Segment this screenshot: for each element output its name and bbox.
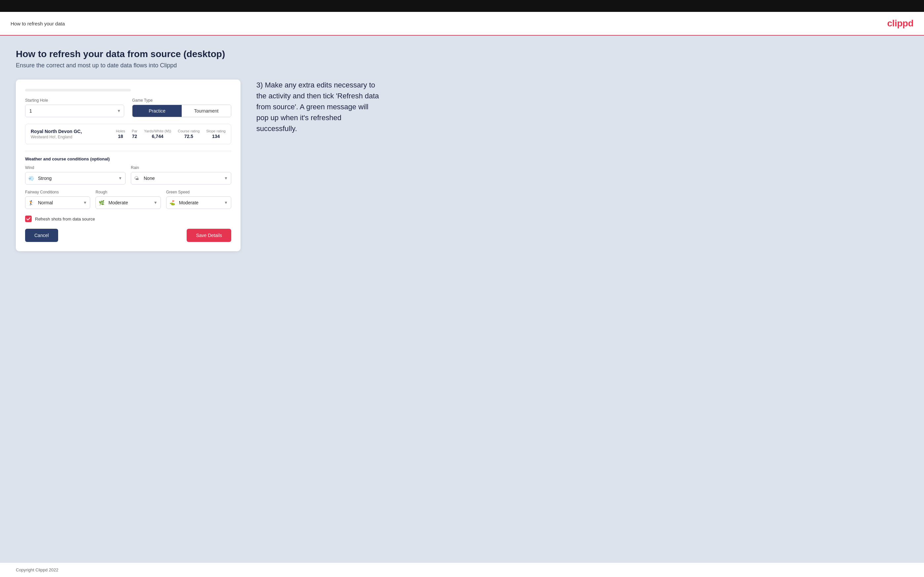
content-row: Starting Hole 1 10 ▼ Game Type Practice … — [16, 79, 908, 251]
course-location: Westward Ho!, England — [31, 135, 108, 139]
save-button[interactable]: Save Details — [187, 229, 231, 242]
holes-value: 18 — [118, 134, 123, 139]
fairway-select-wrapper: 🏌 Normal Soft Hard ▼ — [25, 197, 90, 209]
green-speed-select-wrapper: ⛳ Moderate Fast Slow ▼ — [166, 197, 231, 209]
rain-group: Rain 🌤 None Light Heavy ▼ — [131, 165, 231, 185]
conditions-row-1: Wind 💨 Strong Light None ▼ Rain 🌤 — [25, 165, 231, 185]
slope-rating-stat: Slope rating 134 — [206, 129, 226, 139]
top-bar — [0, 0, 924, 12]
refresh-checkbox-label: Refresh shots from data source — [35, 216, 95, 221]
fairway-group: Fairway Conditions 🏌 Normal Soft Hard ▼ — [25, 190, 90, 209]
course-rating-label: Course rating — [178, 129, 200, 133]
rough-select-wrapper: 🌿 Moderate Light Heavy ▼ — [95, 197, 160, 209]
yards-stat: Yards/White (M)) 6,744 — [144, 129, 171, 139]
side-text: 3) Make any extra edits necessary to the… — [256, 79, 382, 134]
yards-value: 6,744 — [152, 134, 163, 139]
green-speed-select[interactable]: Moderate Fast Slow — [166, 197, 231, 209]
divider — [25, 151, 231, 151]
course-stats: Holes 18 Par 72 Yards/White (M)) 6,744 C… — [116, 129, 226, 139]
wind-label: Wind — [25, 165, 126, 170]
fairway-select[interactable]: Normal Soft Hard — [25, 197, 90, 209]
copyright: Copyright Clippd 2022 — [16, 567, 58, 572]
header: How to refresh your data clippd — [0, 12, 924, 35]
rain-label: Rain — [131, 165, 231, 170]
weather-section-label: Weather and course conditions (optional) — [25, 156, 231, 161]
game-type-label: Game Type — [132, 98, 231, 103]
card-top-strip — [25, 89, 131, 92]
cancel-button[interactable]: Cancel — [25, 229, 58, 242]
rough-select[interactable]: Moderate Light Heavy — [95, 197, 160, 209]
green-speed-group: Green Speed ⛳ Moderate Fast Slow ▼ — [166, 190, 231, 209]
tournament-button[interactable]: Tournament — [182, 105, 231, 117]
main-content: How to refresh your data from source (de… — [0, 35, 924, 563]
rough-group: Rough 🌿 Moderate Light Heavy ▼ — [95, 190, 160, 209]
course-rating-value: 72.5 — [184, 134, 193, 139]
side-text-content: 3) Make any extra edits necessary to the… — [256, 79, 382, 134]
wind-select-wrapper: 💨 Strong Light None ▼ — [25, 172, 126, 185]
page-subheading: Ensure the correct and most up to date d… — [16, 62, 908, 69]
conditions-row-2: Fairway Conditions 🏌 Normal Soft Hard ▼ … — [25, 190, 231, 209]
green-speed-label: Green Speed — [166, 190, 231, 194]
course-name: Royal North Devon GC, — [31, 129, 108, 134]
card-footer: Cancel Save Details — [25, 229, 231, 242]
course-info: Royal North Devon GC, Westward Ho!, Engl… — [31, 129, 108, 139]
slope-rating-value: 134 — [212, 134, 220, 139]
wind-select[interactable]: Strong Light None — [25, 172, 126, 185]
refresh-checkbox[interactable] — [25, 216, 32, 222]
yards-label: Yards/White (M)) — [144, 129, 171, 133]
rain-select-wrapper: 🌤 None Light Heavy ▼ — [131, 172, 231, 185]
page-heading: How to refresh your data from source (de… — [16, 49, 908, 60]
header-title: How to refresh your data — [11, 21, 65, 26]
footer: Copyright Clippd 2022 — [0, 563, 924, 577]
card: Starting Hole 1 10 ▼ Game Type Practice … — [16, 79, 241, 251]
game-type-group: Game Type Practice Tournament — [132, 98, 231, 117]
course-row: Royal North Devon GC, Westward Ho!, Engl… — [25, 124, 231, 144]
wind-group: Wind 💨 Strong Light None ▼ — [25, 165, 126, 185]
par-label: Par — [132, 129, 137, 133]
holes-stat: Holes 18 — [116, 129, 125, 139]
game-type-buttons: Practice Tournament — [132, 105, 231, 117]
slope-rating-label: Slope rating — [206, 129, 226, 133]
fairway-label: Fairway Conditions — [25, 190, 90, 194]
logo: clippd — [887, 18, 913, 29]
starting-hole-label: Starting Hole — [25, 98, 124, 103]
starting-hole-wrapper: 1 10 ▼ — [25, 105, 124, 117]
checkbox-row: Refresh shots from data source — [25, 216, 231, 222]
holes-label: Holes — [116, 129, 125, 133]
starting-hole-group: Starting Hole 1 10 ▼ — [25, 98, 124, 117]
practice-button[interactable]: Practice — [132, 105, 182, 117]
rain-select[interactable]: None Light Heavy — [131, 172, 231, 185]
par-stat: Par 72 — [132, 129, 137, 139]
rough-label: Rough — [95, 190, 160, 194]
course-rating-stat: Course rating 72.5 — [178, 129, 200, 139]
par-value: 72 — [132, 134, 137, 139]
starting-hole-select[interactable]: 1 10 — [25, 105, 124, 117]
top-fields-row: Starting Hole 1 10 ▼ Game Type Practice … — [25, 98, 231, 117]
